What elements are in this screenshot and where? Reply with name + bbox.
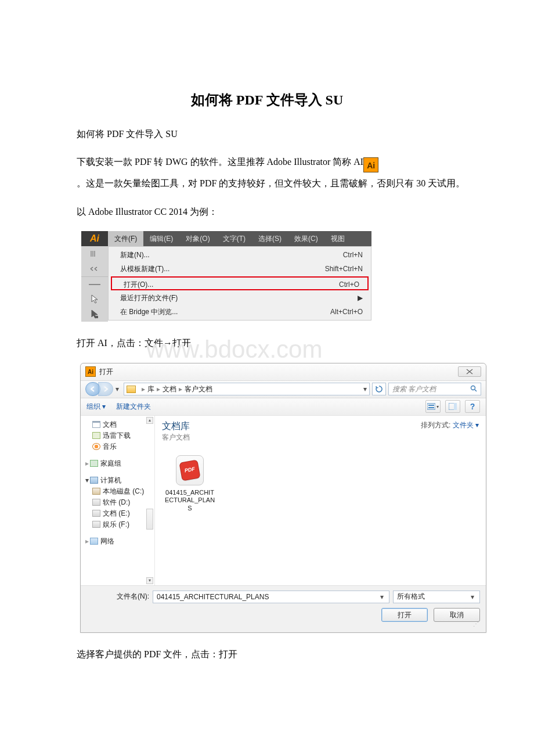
menu-select[interactable]: 选择(S) [252, 231, 288, 246]
search-input[interactable]: 搜索 客户文档 [388, 383, 481, 395]
tree-label: 计算机 [100, 476, 121, 485]
menu-item-open[interactable]: 打开(O)... Ctrl+O [111, 276, 369, 290]
chevron-down-icon[interactable]: ▾ [363, 385, 367, 393]
tree-item-documents[interactable]: 文档 [83, 419, 152, 430]
tree-item-music[interactable]: 音乐 [83, 441, 152, 452]
pdf-badge-icon: PDF [180, 460, 200, 480]
paragraph: 以 Adobe Illustrator CC 2014 为例： [58, 203, 476, 221]
tree-item-drive-d[interactable]: 软件 (D:) [83, 497, 152, 508]
shortcut: Alt+Ctrl+O [330, 305, 363, 319]
paragraph: 下载安装一款 PDF 转 DWG 的软件。这里推荐 Adobe Illustra… [58, 153, 476, 172]
filename-combo[interactable]: 041415_ARCHITECTURAL_PLANS ▾ [153, 591, 389, 603]
menu-view[interactable]: 视图 [324, 231, 351, 246]
scrollbar-thumb[interactable] [146, 509, 153, 530]
dialog-body: ▴ ▾ 文档 迅雷下载 音乐 ▸家庭组 ▾计算机 本地磁盘 (C:) 软件 (D… [81, 416, 486, 585]
direct-selection-tool-icon[interactable] [81, 307, 108, 322]
svg-rect-4 [96, 316, 98, 318]
drive-icon [92, 499, 100, 506]
tree-label: 本地磁盘 (C:) [103, 487, 144, 496]
pane-icon [449, 403, 457, 410]
organize-menu[interactable]: 组织 ▾ [86, 402, 106, 412]
menu-item-new-template[interactable]: 从模板新建(T)... Shift+Ctrl+N [109, 262, 371, 276]
dialog-title: 打开 [99, 367, 113, 377]
selection-tool-icon[interactable] [81, 291, 108, 307]
view-mode-button[interactable]: ▾ [425, 400, 441, 413]
chevron-down-icon[interactable]: ▾ [468, 593, 477, 601]
scroll-down-icon[interactable]: ▾ [146, 577, 153, 584]
tree-label: 网络 [100, 537, 114, 546]
open-button[interactable]: 打开 [381, 608, 428, 622]
chevron-right-icon: ▸ [157, 385, 160, 393]
file-list-pane[interactable]: 文档库 客户文档 排列方式: 文件夹 ▾ PDF 041415_ARCHIT E… [155, 416, 486, 585]
menu-item-bridge[interactable]: 在 Bridge 中浏览... Alt+Ctrl+O [109, 305, 371, 319]
menu-object[interactable]: 对象(O) [179, 231, 216, 246]
menubar: Ai 文件(F) 编辑(E) 对象(O) 文字(T) 选择(S) 效果(C) 视… [81, 231, 371, 246]
tree-label: 文档 [103, 420, 117, 430]
crumb-part[interactable]: 库 [147, 384, 154, 394]
cancel-button[interactable]: 取消 [434, 608, 480, 622]
computer-icon [90, 477, 98, 484]
file-item-pdf[interactable]: PDF 041415_ARCHIT ECTURAL_PLAN S [162, 455, 218, 513]
menu-item-new[interactable]: 新建(N)... Ctrl+N [109, 248, 371, 262]
preview-pane-button[interactable] [445, 400, 460, 413]
tree-item-drive-e[interactable]: 文档 (E:) [83, 508, 152, 519]
svg-rect-0 [91, 251, 92, 257]
arrow-right-icon [103, 386, 109, 392]
filename-value: 041415_ARCHITECTURAL_PLANS [157, 593, 269, 601]
menu-item-label: 打开(O)... [124, 278, 153, 289]
close-icon [466, 369, 473, 375]
library-header: 文档库 客户文档 排列方式: 文件夹 ▾ [162, 420, 479, 442]
file-menu-dropdown: 新建(N)... Ctrl+N 从模板新建(T)... Shift+Ctrl+N… [108, 246, 371, 321]
arrange-value[interactable]: 文件夹 ▾ [453, 421, 479, 429]
illustrator-menu-screenshot: Ai 文件(F) 编辑(E) 对象(O) 文字(T) 选择(S) 效果(C) 视… [81, 231, 371, 322]
chevron-down-icon[interactable]: ▾ [377, 593, 387, 601]
menu-file[interactable]: 文件(F) [108, 231, 143, 246]
menu-type[interactable]: 文字(T) [217, 231, 252, 246]
crumb-part[interactable]: 客户文档 [185, 384, 212, 394]
forward-button[interactable] [98, 382, 113, 396]
paragraph: 。这是一款矢量绘图工具，对 PDF 的支持较好，但文件较大，且需破解，否则只有 … [58, 175, 476, 192]
arrange-by[interactable]: 排列方式: 文件夹 ▾ [421, 420, 479, 430]
app-logo: Ai [81, 231, 108, 246]
menu-effect[interactable]: 效果(C) [288, 231, 324, 246]
library-subtitle: 客户文档 [162, 433, 190, 442]
resize-grip-icon[interactable]: ⋰ [86, 622, 480, 627]
dialog-footer: 文件名(N): 041415_ARCHITECTURAL_PLANS ▾ 所有格… [81, 585, 486, 632]
tree-item-network[interactable]: ▸网络 [83, 536, 152, 547]
toolbox [81, 246, 108, 322]
paragraph: 如何将 PDF 文件导入 SU [58, 125, 476, 143]
close-button[interactable] [458, 366, 481, 377]
tree-item-drive-f[interactable]: 娱乐 (F:) [83, 519, 152, 530]
expand-icon[interactable] [81, 261, 108, 276]
chevron-right-icon: ▸ [85, 459, 89, 467]
library-title: 文档库 [162, 420, 190, 433]
breadcrumb[interactable]: ▸ 库 ▸ 文档 ▸ 客户文档 ▾ [124, 383, 370, 395]
menu-item-recent[interactable]: 最近打开的文件(F) ▶ [109, 291, 371, 305]
tree-item-drive-c[interactable]: 本地磁盘 (C:) [83, 486, 152, 497]
download-icon [92, 432, 100, 439]
menu-edit[interactable]: 编辑(E) [143, 231, 179, 246]
shortcut: Ctrl+N [343, 248, 363, 262]
filetype-combo[interactable]: 所有格式 ▾ [393, 591, 480, 603]
illustrator-icon: Ai [363, 157, 378, 172]
history-dropdown[interactable]: ▾ [113, 385, 121, 393]
chevron-down-icon: ▾ [85, 476, 89, 484]
chevron-down-icon: ▾ [436, 404, 439, 409]
help-button[interactable]: ? [465, 400, 480, 413]
homegroup-icon [90, 460, 98, 467]
refresh-button[interactable] [372, 383, 386, 395]
divider [81, 276, 108, 291]
scroll-up-icon[interactable]: ▴ [146, 417, 153, 424]
tree-item-computer[interactable]: ▾计算机 [83, 475, 152, 486]
file-name-line: S [162, 505, 218, 513]
tree-item-xunlei[interactable]: 迅雷下载 [83, 430, 152, 441]
navigation-pane[interactable]: ▴ ▾ 文档 迅雷下载 音乐 ▸家庭组 ▾计算机 本地磁盘 (C:) 软件 (D… [81, 416, 155, 585]
tree-label: 娱乐 (F:) [103, 520, 129, 530]
tree-item-homegroup[interactable]: ▸家庭组 [83, 458, 152, 469]
crumb-part[interactable]: 文档 [163, 384, 176, 394]
new-folder-button[interactable]: 新建文件夹 [116, 402, 151, 412]
doc-title: 如何将 PDF 文件导入 SU [58, 91, 476, 109]
drive-icon [92, 521, 100, 528]
help-icon: ? [470, 402, 475, 411]
shortcut: Ctrl+O [339, 278, 359, 289]
